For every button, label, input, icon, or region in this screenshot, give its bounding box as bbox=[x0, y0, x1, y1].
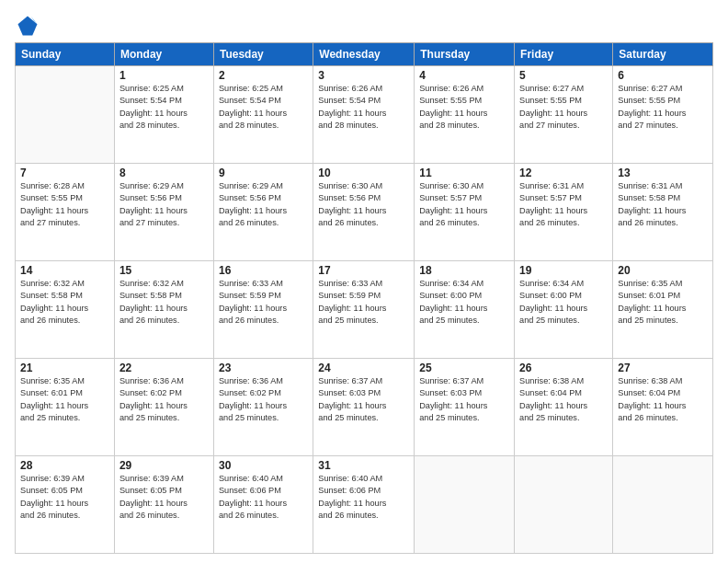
sunset-text: Sunset: 5:59 PM bbox=[219, 291, 281, 300]
logo-icon bbox=[15, 13, 40, 39]
calendar-cell: 5Sunrise: 6:27 AMSunset: 5:55 PMDaylight… bbox=[515, 66, 613, 164]
sunrise-text: Sunrise: 6:36 AM bbox=[119, 376, 184, 385]
calendar-cell: 10Sunrise: 6:30 AMSunset: 5:56 PMDayligh… bbox=[313, 164, 415, 261]
calendar-week-4: 21Sunrise: 6:35 AMSunset: 6:01 PMDayligh… bbox=[16, 359, 713, 456]
sunrise-text: Sunrise: 6:40 AM bbox=[318, 474, 382, 483]
daylight-text: Daylight: 11 hours bbox=[519, 206, 587, 215]
calendar-week-5: 28Sunrise: 6:39 AMSunset: 6:05 PMDayligh… bbox=[16, 456, 713, 554]
calendar-cell: 14Sunrise: 6:32 AMSunset: 5:58 PMDayligh… bbox=[16, 261, 115, 359]
daylight-text-cont: and 27 minutes. bbox=[20, 218, 80, 227]
daylight-text: Daylight: 11 hours bbox=[618, 401, 686, 410]
sunset-text: Sunset: 6:03 PM bbox=[318, 388, 381, 397]
sunset-text: Sunset: 5:58 PM bbox=[20, 291, 83, 300]
daylight-text-cont: and 26 minutes. bbox=[618, 218, 677, 227]
daylight-text-cont: and 28 minutes. bbox=[219, 121, 279, 130]
day-number: 31 bbox=[318, 459, 409, 472]
calendar-table: SundayMondayTuesdayWednesdayThursdayFrid… bbox=[15, 42, 713, 554]
svg-marker-0 bbox=[18, 17, 38, 36]
day-number: 12 bbox=[519, 167, 608, 179]
sunrise-text: Sunrise: 6:33 AM bbox=[318, 279, 382, 288]
calendar-cell: 18Sunrise: 6:34 AMSunset: 6:00 PMDayligh… bbox=[415, 261, 515, 359]
daylight-text: Daylight: 11 hours bbox=[119, 109, 188, 118]
day-info: Sunrise: 6:36 AMSunset: 6:02 PMDaylight:… bbox=[219, 375, 308, 424]
daylight-text: Daylight: 11 hours bbox=[219, 206, 287, 215]
sunset-text: Sunset: 5:55 PM bbox=[618, 96, 680, 105]
sunrise-text: Sunrise: 6:31 AM bbox=[618, 181, 682, 190]
sunset-text: Sunset: 5:55 PM bbox=[519, 96, 582, 105]
day-info: Sunrise: 6:29 AMSunset: 5:56 PMDaylight:… bbox=[119, 180, 209, 229]
daylight-text: Daylight: 11 hours bbox=[419, 206, 487, 215]
sunrise-text: Sunrise: 6:35 AM bbox=[20, 376, 85, 385]
day-number: 19 bbox=[519, 264, 608, 277]
daylight-text-cont: and 25 minutes. bbox=[20, 413, 80, 422]
daylight-text: Daylight: 11 hours bbox=[20, 499, 88, 508]
daylight-text: Daylight: 11 hours bbox=[20, 401, 88, 410]
calendar-cell: 26Sunrise: 6:38 AMSunset: 6:04 PMDayligh… bbox=[515, 359, 613, 456]
day-number: 9 bbox=[219, 167, 308, 179]
sunrise-text: Sunrise: 6:27 AM bbox=[519, 84, 584, 93]
day-number: 30 bbox=[219, 459, 308, 472]
calendar-cell: 8Sunrise: 6:29 AMSunset: 5:56 PMDaylight… bbox=[114, 164, 213, 261]
daylight-text: Daylight: 11 hours bbox=[219, 499, 287, 508]
day-info: Sunrise: 6:31 AMSunset: 5:58 PMDaylight:… bbox=[618, 180, 708, 229]
daylight-text: Daylight: 11 hours bbox=[20, 206, 88, 215]
daylight-text-cont: and 28 minutes. bbox=[318, 121, 378, 130]
sunrise-text: Sunrise: 6:28 AM bbox=[20, 181, 85, 190]
daylight-text-cont: and 26 minutes. bbox=[119, 316, 179, 325]
calendar-cell: 19Sunrise: 6:34 AMSunset: 6:00 PMDayligh… bbox=[515, 261, 613, 359]
weekday-header-wednesday: Wednesday bbox=[313, 43, 415, 66]
sunrise-text: Sunrise: 6:32 AM bbox=[20, 279, 85, 288]
daylight-text: Daylight: 11 hours bbox=[119, 304, 188, 313]
day-info: Sunrise: 6:35 AMSunset: 6:01 PMDaylight:… bbox=[20, 375, 109, 424]
weekday-header-row: SundayMondayTuesdayWednesdayThursdayFrid… bbox=[16, 43, 713, 66]
daylight-text: Daylight: 11 hours bbox=[119, 499, 188, 508]
day-number: 20 bbox=[618, 264, 708, 277]
daylight-text-cont: and 27 minutes. bbox=[618, 121, 677, 130]
daylight-text-cont: and 25 minutes. bbox=[318, 413, 378, 422]
calendar-cell: 20Sunrise: 6:35 AMSunset: 6:01 PMDayligh… bbox=[613, 261, 713, 359]
daylight-text-cont: and 25 minutes. bbox=[318, 316, 378, 325]
sunset-text: Sunset: 6:02 PM bbox=[219, 388, 281, 397]
sunset-text: Sunset: 5:57 PM bbox=[519, 193, 582, 202]
day-number: 23 bbox=[219, 362, 308, 374]
weekday-header-monday: Monday bbox=[114, 43, 213, 66]
day-number: 28 bbox=[20, 459, 109, 472]
weekday-header-saturday: Saturday bbox=[613, 43, 713, 66]
daylight-text: Daylight: 11 hours bbox=[119, 206, 188, 215]
calendar-cell: 28Sunrise: 6:39 AMSunset: 6:05 PMDayligh… bbox=[16, 456, 115, 554]
sunset-text: Sunset: 6:02 PM bbox=[119, 388, 182, 397]
day-number: 22 bbox=[119, 362, 209, 374]
day-info: Sunrise: 6:26 AMSunset: 5:54 PMDaylight:… bbox=[318, 83, 409, 132]
daylight-text: Daylight: 11 hours bbox=[618, 109, 686, 118]
sunrise-text: Sunrise: 6:38 AM bbox=[519, 376, 584, 385]
day-info: Sunrise: 6:31 AMSunset: 5:57 PMDaylight:… bbox=[519, 180, 608, 229]
daylight-text-cont: and 26 minutes. bbox=[119, 511, 179, 520]
calendar-cell: 7Sunrise: 6:28 AMSunset: 5:55 PMDaylight… bbox=[16, 164, 115, 261]
sunset-text: Sunset: 5:54 PM bbox=[219, 96, 281, 105]
sunset-text: Sunset: 6:04 PM bbox=[618, 388, 680, 397]
sunrise-text: Sunrise: 6:35 AM bbox=[618, 279, 682, 288]
sunset-text: Sunset: 6:06 PM bbox=[219, 486, 281, 495]
day-info: Sunrise: 6:27 AMSunset: 5:55 PMDaylight:… bbox=[618, 83, 708, 132]
daylight-text-cont: and 26 minutes. bbox=[219, 511, 279, 520]
calendar-cell: 22Sunrise: 6:36 AMSunset: 6:02 PMDayligh… bbox=[114, 359, 213, 456]
day-number: 29 bbox=[119, 459, 209, 472]
day-number: 27 bbox=[618, 362, 708, 374]
sunset-text: Sunset: 5:58 PM bbox=[119, 291, 182, 300]
day-info: Sunrise: 6:39 AMSunset: 6:05 PMDaylight:… bbox=[20, 473, 109, 522]
sunrise-text: Sunrise: 6:30 AM bbox=[318, 181, 382, 190]
sunset-text: Sunset: 6:00 PM bbox=[419, 291, 482, 300]
sunrise-text: Sunrise: 6:40 AM bbox=[219, 474, 283, 483]
sunrise-text: Sunrise: 6:25 AM bbox=[219, 84, 283, 93]
daylight-text-cont: and 25 minutes. bbox=[519, 413, 579, 422]
daylight-text-cont: and 26 minutes. bbox=[20, 511, 80, 520]
sunset-text: Sunset: 6:00 PM bbox=[519, 291, 582, 300]
day-info: Sunrise: 6:32 AMSunset: 5:58 PMDaylight:… bbox=[20, 278, 109, 327]
calendar-cell: 25Sunrise: 6:37 AMSunset: 6:03 PMDayligh… bbox=[415, 359, 515, 456]
sunset-text: Sunset: 6:04 PM bbox=[519, 388, 582, 397]
sunset-text: Sunset: 5:59 PM bbox=[318, 291, 381, 300]
daylight-text-cont: and 25 minutes. bbox=[219, 413, 279, 422]
day-number: 25 bbox=[419, 362, 509, 374]
daylight-text-cont: and 26 minutes. bbox=[519, 218, 579, 227]
sunrise-text: Sunrise: 6:30 AM bbox=[419, 181, 483, 190]
